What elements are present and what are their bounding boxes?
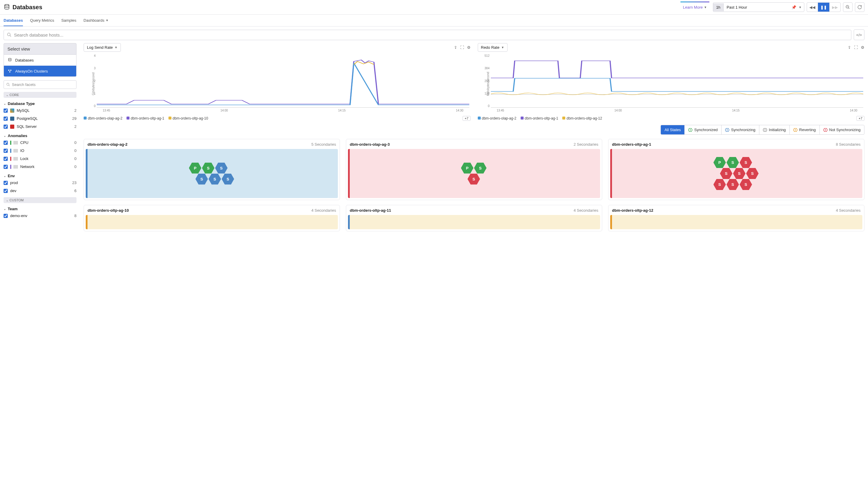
facet-row[interactable]: dev6 <box>4 187 77 194</box>
legend-item[interactable]: dbm-orders-oltp-ag-1 <box>126 116 164 121</box>
export-icon[interactable]: ⇪ <box>454 45 457 50</box>
ag-cluster-card[interactable]: dbm-orders-oltp-ag-124 Secondaries <box>608 205 864 231</box>
chart-legend: dbm-orders-olap-ag-2dbm-orders-oltp-ag-1… <box>84 116 471 121</box>
facet-row[interactable]: SQL Server2 <box>4 123 77 130</box>
facet-checkbox[interactable] <box>4 165 8 169</box>
filter-not-synchronizing[interactable]: Not Synchronizing <box>820 125 864 134</box>
facet-checkbox[interactable] <box>4 125 8 129</box>
legend-item[interactable]: dbm-orders-oltp-ag-1 <box>521 116 559 121</box>
filter-initializing[interactable]: Initializing <box>759 125 789 134</box>
replica-hex[interactable]: P <box>713 157 726 168</box>
facet-group-core[interactable]: ⌄ CORE <box>4 92 77 98</box>
replica-hex[interactable]: S <box>746 168 759 179</box>
rewind-button[interactable]: ◀◀ <box>807 3 818 12</box>
facet-row[interactable]: demo-env8 <box>4 212 77 219</box>
pause-button[interactable]: ❚❚ <box>818 3 829 12</box>
ag-cluster-card[interactable]: dbm-orders-olap-ag-32 SecondariesPSS <box>346 139 602 200</box>
filter-all-states[interactable]: All States <box>661 125 684 134</box>
replica-hex[interactable]: S <box>727 179 739 190</box>
svg-point-7 <box>8 69 9 71</box>
replica-hex[interactable]: S <box>222 174 234 185</box>
facet-row[interactable]: MySQL2 <box>4 107 77 114</box>
replica-hex[interactable]: S <box>713 179 726 190</box>
ag-cluster-card[interactable]: dbm-orders-oltp-ag-104 Secondaries <box>84 205 340 231</box>
tab-databases[interactable]: Databases <box>4 15 23 26</box>
replica-hex[interactable]: S <box>733 168 746 179</box>
tab-dashboards[interactable]: Dashboards ▼ <box>84 15 109 26</box>
legend-overflow-badge[interactable]: +7 <box>856 116 864 121</box>
gear-icon[interactable]: ⚙ <box>467 45 471 50</box>
legend-item[interactable]: dbm-orders-oltp-ag-12 <box>562 116 602 121</box>
facet-checkbox[interactable] <box>4 214 8 218</box>
replica-hex[interactable]: S <box>740 157 752 168</box>
legend-item[interactable]: dbm-orders-oltp-ag-10 <box>168 116 208 121</box>
ag-cluster-card[interactable]: dbm-orders-oltp-ag-114 Secondaries <box>346 205 602 231</box>
refresh-button[interactable] <box>855 2 864 12</box>
forward-button[interactable]: ▶▶ <box>829 3 840 12</box>
expand-icon[interactable]: ⛶ <box>854 45 858 50</box>
filter-reverting[interactable]: Reverting <box>789 125 820 134</box>
facet-section-env[interactable]: ⌄ Env <box>4 174 77 178</box>
facet-row[interactable]: PostgreSQL29 <box>4 115 77 122</box>
filter-synchronized[interactable]: Synchronized <box>684 125 721 134</box>
view-item-alwayson-clusters[interactable]: AlwaysOn Clusters <box>4 65 76 77</box>
facet-checkbox[interactable] <box>4 149 8 153</box>
time-range-picker[interactable]: 1h Past 1 Hour 📌 ▼ <box>713 2 804 12</box>
view-item-databases[interactable]: Databases <box>4 55 76 65</box>
replica-hex[interactable]: S <box>196 174 208 185</box>
facet-checkbox[interactable] <box>4 109 8 113</box>
time-range-label[interactable]: Past 1 Hour <box>724 3 789 11</box>
facet-search-input[interactable]: Search facets <box>4 80 77 89</box>
zoom-out-button[interactable] <box>843 2 852 12</box>
filter-synchronizing[interactable]: Synchronizing <box>721 125 759 134</box>
replica-hex[interactable]: P <box>189 163 202 174</box>
export-icon[interactable]: ⇪ <box>848 45 851 50</box>
replica-hex[interactable]: S <box>209 174 221 185</box>
time-range-preset[interactable]: 1h <box>713 3 724 11</box>
facet-section-team[interactable]: ⌄ Team <box>4 207 77 211</box>
facet-checkbox[interactable] <box>4 181 8 185</box>
facet-row[interactable]: Network0 <box>4 163 77 170</box>
replica-hex[interactable]: S <box>215 163 228 174</box>
chart-metric-selector[interactable]: Log Send Rate ▼ <box>84 43 121 52</box>
tab-query-metrics[interactable]: Query Metrics <box>30 15 54 26</box>
replica-hex[interactable]: S <box>740 179 752 190</box>
replica-hex[interactable]: S <box>474 163 487 174</box>
facet-label: dev <box>10 189 16 193</box>
svg-point-4 <box>7 33 10 36</box>
legend-item[interactable]: dbm-orders-olap-ag-2 <box>84 116 122 121</box>
facet-row[interactable]: CPU0 <box>4 139 77 146</box>
facet-label: CPU <box>20 140 28 145</box>
ag-cluster-card[interactable]: dbm-orders-olap-ag-25 SecondariesPSSSSS <box>84 139 340 200</box>
replica-hex[interactable]: P <box>461 163 473 174</box>
chart-plot-area[interactable] <box>491 55 864 108</box>
gear-icon[interactable]: ⚙ <box>861 45 864 50</box>
tab-samples[interactable]: Samples <box>61 15 77 26</box>
facet-section-anomalies[interactable]: ⌄ Anomalies <box>4 133 77 138</box>
chart-plot-area[interactable] <box>97 55 469 108</box>
replica-hex[interactable]: S <box>720 168 732 179</box>
facet-row[interactable]: Lock0 <box>4 155 77 162</box>
facet-checkbox[interactable] <box>4 141 8 145</box>
chevron-down-icon[interactable]: ▼ <box>799 6 802 9</box>
legend-item[interactable]: dbm-orders-olap-ag-2 <box>478 116 517 121</box>
ag-cluster-card[interactable]: dbm-orders-oltp-ag-18 SecondariesPSSSSSS… <box>608 139 864 200</box>
host-search-input[interactable]: Search database hosts... <box>4 30 851 40</box>
chevron-down-icon: ▼ <box>704 6 707 9</box>
pin-icon[interactable]: 📌 <box>791 5 796 9</box>
legend-overflow-badge[interactable]: +7 <box>463 116 471 121</box>
replica-hex[interactable]: S <box>468 174 480 185</box>
replica-hex[interactable]: S <box>202 163 215 174</box>
facet-checkbox[interactable] <box>4 116 8 121</box>
facet-row[interactable]: IO0 <box>4 147 77 154</box>
replica-hex[interactable]: S <box>727 157 739 168</box>
query-editor-toggle[interactable]: </> <box>854 29 864 40</box>
facet-row[interactable]: prod23 <box>4 179 77 186</box>
facet-checkbox[interactable] <box>4 157 8 161</box>
expand-icon[interactable]: ⛶ <box>460 45 464 50</box>
chart-metric-selector[interactable]: Redo Rate ▼ <box>478 43 507 52</box>
facet-group-custom[interactable]: ⌄ CUSTOM <box>4 197 77 203</box>
facet-checkbox[interactable] <box>4 189 8 193</box>
facet-section-database-type[interactable]: ⌄ Database Type <box>4 101 77 106</box>
learn-more-link[interactable]: Learn More ▼ <box>681 4 709 11</box>
